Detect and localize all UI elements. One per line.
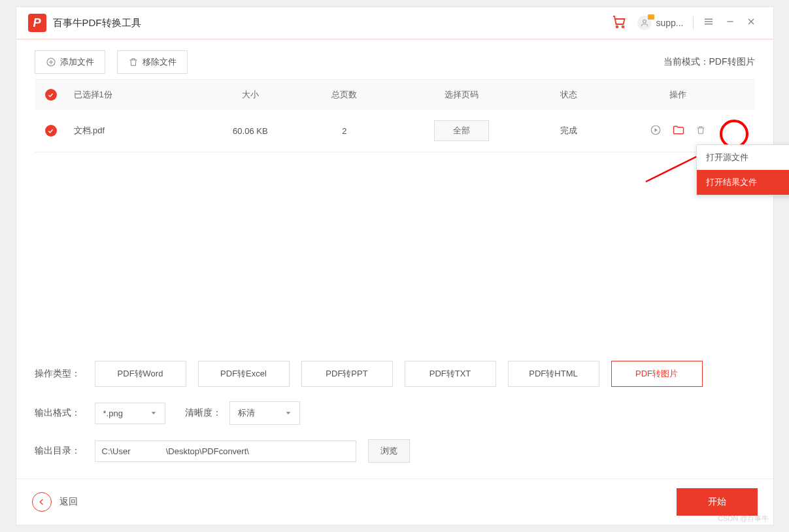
table-header-row: 已选择1份 大小 总页数 选择页码 状态 操作 — [35, 80, 755, 110]
open-folder-icon[interactable] — [672, 124, 685, 139]
cell-filename: 文档.pdf — [67, 110, 198, 152]
type-button-3[interactable]: PDF转TXT — [405, 361, 496, 387]
output-dir-input[interactable] — [95, 441, 356, 462]
trash-icon — [128, 57, 139, 67]
svg-marker-16 — [151, 412, 156, 414]
app-logo-icon: P — [28, 14, 46, 32]
file-table: 已选择1份 大小 总页数 选择页码 状态 操作 文档.pdf 60.06 KB … — [35, 79, 755, 152]
remove-file-button[interactable]: 移除文件 — [117, 50, 188, 74]
menu-open-result[interactable]: 打开结果文件 — [697, 170, 790, 195]
outdir-label: 输出目录： — [35, 445, 95, 457]
minimize-icon[interactable] — [725, 16, 735, 29]
folder-context-menu: 打开源文件 打开结果文件 — [696, 144, 790, 195]
type-button-0[interactable]: PDF转Word — [95, 361, 186, 387]
back-arrow-icon — [32, 492, 52, 512]
svg-marker-13 — [654, 128, 658, 132]
file-table-area: 已选择1份 大小 总页数 选择页码 状态 操作 文档.pdf 60.06 KB … — [16, 79, 773, 354]
svg-point-2 — [643, 20, 646, 23]
type-button-4[interactable]: PDF转HTML — [508, 361, 599, 387]
col-action: 操作 — [601, 80, 755, 110]
output-format-row: 输出格式： *.png 清晰度： 标清 — [35, 401, 755, 425]
format-label: 输出格式： — [35, 407, 95, 419]
row-checkbox[interactable] — [45, 125, 57, 137]
operation-type-row: 操作类型： PDF转WordPDF转ExcelPDF转PPTPDF转TXTPDF… — [35, 361, 755, 387]
col-page-select: 选择页码 — [386, 80, 537, 110]
plus-circle-icon — [46, 57, 56, 67]
chevron-down-icon — [285, 410, 292, 416]
quality-label: 清晰度： — [185, 407, 222, 419]
title-bar: P 百事牛PDF转换工具 supp... — [16, 7, 773, 40]
svg-marker-17 — [286, 412, 290, 414]
page-select-button[interactable]: 全部 — [434, 120, 489, 141]
format-dropdown[interactable]: *.png — [95, 403, 165, 424]
col-pages: 总页数 — [303, 80, 386, 110]
start-button[interactable]: 开始 — [677, 488, 758, 516]
cell-status: 完成 — [537, 110, 601, 152]
col-selected: 已选择1份 — [67, 80, 198, 110]
table-row: 文档.pdf 60.06 KB 2 全部 完成 — [35, 110, 755, 152]
watermark: CSDN @百事牛 — [718, 514, 769, 524]
cell-size: 60.06 KB — [198, 110, 303, 152]
select-all-checkbox[interactable] — [45, 89, 57, 101]
close-icon[interactable] — [746, 16, 756, 29]
type-button-2[interactable]: PDF转PPT — [301, 361, 393, 387]
avatar-icon — [637, 16, 652, 30]
app-title: 百事牛PDF转换工具 — [53, 17, 141, 29]
col-size: 大小 — [198, 80, 303, 110]
chevron-down-icon — [150, 410, 157, 416]
user-label: supp... — [656, 18, 683, 28]
add-file-button[interactable]: 添加文件 — [35, 50, 105, 74]
options-panel: 操作类型： PDF转WordPDF转ExcelPDF转PPTPDF转TXTPDF… — [16, 354, 773, 478]
footer: 返回 开始 — [16, 478, 773, 525]
type-label: 操作类型： — [35, 368, 95, 380]
menu-icon[interactable] — [703, 16, 714, 30]
svg-point-1 — [622, 26, 624, 28]
quality-dropdown[interactable]: 标清 — [229, 401, 300, 425]
current-mode-label: 当前模式：PDF转图片 — [663, 56, 755, 68]
toolbar: 添加文件 移除文件 当前模式：PDF转图片 — [16, 40, 773, 79]
col-status: 状态 — [537, 80, 601, 110]
user-account[interactable]: supp... — [637, 16, 683, 30]
browse-button[interactable]: 浏览 — [368, 439, 410, 463]
divider — [693, 16, 694, 29]
app-window: P 百事牛PDF转换工具 supp... 添加文件 移除 — [16, 7, 774, 525]
type-buttons: PDF转WordPDF转ExcelPDF转PPTPDF转TXTPDF转HTMLP… — [95, 361, 714, 387]
type-button-1[interactable]: PDF转Excel — [198, 361, 290, 387]
svg-point-0 — [616, 26, 618, 28]
row-actions — [650, 124, 706, 139]
type-button-5[interactable]: PDF转图片 — [611, 361, 703, 387]
play-icon[interactable] — [650, 124, 662, 138]
output-dir-row: 输出目录： 浏览 — [35, 439, 755, 463]
cell-pages: 2 — [303, 110, 386, 152]
delete-row-icon[interactable] — [696, 125, 706, 137]
back-button[interactable]: 返回 — [32, 492, 78, 512]
menu-open-source[interactable]: 打开源文件 — [697, 145, 790, 170]
cart-icon[interactable] — [611, 14, 627, 32]
